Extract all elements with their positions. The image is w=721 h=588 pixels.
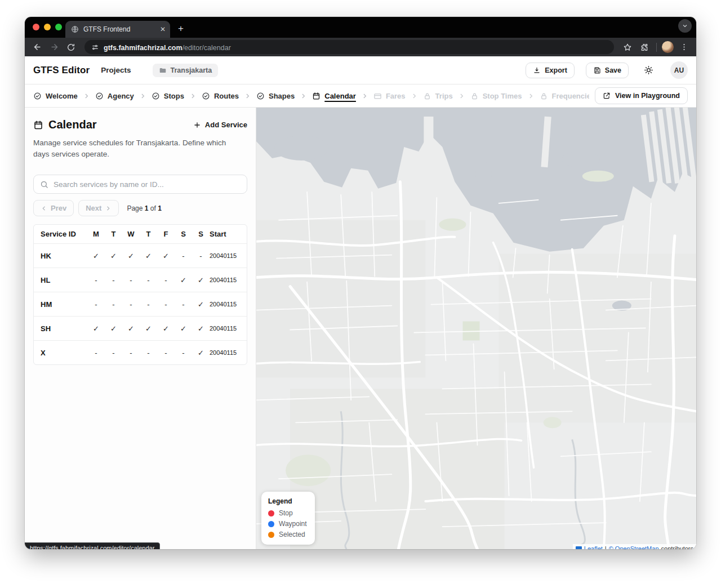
selected-dot-icon	[268, 532, 274, 538]
plus-icon	[193, 121, 201, 129]
table-row[interactable]: HK ✓ ✓ ✓ ✓ ✓ - - 20040115	[34, 243, 247, 268]
minimize-window-button[interactable]	[44, 24, 51, 30]
legend-title: Legend	[268, 497, 307, 505]
breadcrumb-item-frequencies: Frequencies	[540, 92, 595, 100]
prev-page-button[interactable]: Prev	[33, 200, 74, 216]
legend-item-stop: Stop	[268, 509, 307, 517]
breadcrumb-item-calendar[interactable]: Calendar	[312, 92, 356, 100]
table-row[interactable]: X - - - - - - ✓ 20040115	[34, 340, 247, 364]
waypoint-dot-icon	[268, 521, 274, 527]
save-button[interactable]: Save	[586, 63, 629, 78]
breadcrumb-item-stops[interactable]: Stops	[152, 92, 184, 100]
map-attribution: Leaflet | © OpenStreetMap contributors	[573, 544, 696, 549]
service-search[interactable]	[33, 175, 247, 194]
table-header-row: Service ID M T W T F S S Start	[34, 225, 247, 243]
url-bar[interactable]: gtfs.fahmifachrizal.com/editor/calendar	[84, 40, 614, 54]
chevron-right-icon	[300, 92, 307, 100]
col-header-thu: T	[140, 230, 157, 238]
map-tiles	[256, 108, 696, 549]
view-in-playground-button[interactable]: View in Playground	[595, 87, 688, 104]
wizard-breadcrumb: Welcome Agency Stops Routes Shapes Calen…	[25, 84, 696, 108]
save-button-label: Save	[605, 66, 621, 74]
tab-strip: GTFS Frontend ✕ +	[25, 17, 696, 38]
table-row[interactable]: HL - - - - - ✓ ✓ 20040115	[34, 268, 247, 292]
breadcrumb-item-shapes[interactable]: Shapes	[256, 92, 295, 100]
user-avatar[interactable]: AU	[670, 61, 688, 79]
status-url-tooltip: https://gtfs.fahmifachrizal.com/editor/c…	[25, 542, 160, 549]
download-icon	[533, 66, 541, 74]
pagination: Prev Next Page 1 of 1	[33, 200, 247, 216]
map-view[interactable]: Legend Stop Waypoint Selected Leaflet |	[256, 108, 696, 549]
forward-button[interactable]	[47, 41, 61, 54]
back-arrow-icon	[33, 42, 42, 52]
col-header-start: Start	[210, 230, 247, 238]
search-input[interactable]	[54, 180, 241, 189]
new-tab-button[interactable]: +	[178, 23, 184, 34]
map-legend: Legend Stop Waypoint Selected	[261, 492, 315, 545]
legend-item-waypoint: Waypoint	[268, 520, 307, 528]
export-button[interactable]: Export	[526, 63, 575, 78]
app-title: GTFS Editor	[33, 65, 90, 76]
add-service-button[interactable]: Add Service	[193, 121, 247, 129]
chevron-right-icon	[411, 92, 418, 100]
current-page: 1	[145, 204, 149, 212]
back-button[interactable]	[30, 41, 44, 54]
reload-button[interactable]	[64, 41, 78, 54]
reload-icon	[66, 43, 75, 52]
tab-title: GTFS Frontend	[83, 25, 155, 33]
export-button-label: Export	[545, 66, 567, 74]
col-header-fri: F	[157, 230, 175, 238]
save-icon	[593, 66, 601, 74]
breadcrumb-item-agency[interactable]: Agency	[95, 92, 134, 100]
col-header-mon: M	[87, 230, 105, 238]
puzzle-icon	[640, 43, 649, 52]
next-page-button[interactable]: Next	[78, 200, 119, 216]
browser-tab[interactable]: GTFS Frontend ✕	[65, 21, 170, 38]
leaflet-link[interactable]: Leaflet	[584, 545, 603, 549]
user-avatar-initials: AU	[674, 66, 684, 74]
project-badge[interactable]: Transjakarta	[153, 64, 219, 77]
check-circle-icon	[202, 92, 210, 100]
panel-description: Manage service schedules for Transjakart…	[33, 137, 236, 159]
card-icon	[373, 92, 382, 100]
services-table: Service ID M T W T F S S Start HK ✓ ✓ ✓ …	[33, 224, 247, 365]
col-header-wed: W	[122, 230, 140, 238]
chevron-right-icon	[361, 92, 368, 100]
browser-menu-button[interactable]	[677, 41, 691, 54]
close-tab-icon[interactable]: ✕	[160, 25, 166, 33]
chevron-right-icon	[189, 92, 197, 100]
browser-profile-avatar[interactable]	[662, 41, 674, 53]
forward-arrow-icon	[50, 42, 59, 52]
check-circle-icon	[95, 92, 104, 100]
lock-icon	[423, 92, 431, 100]
table-row[interactable]: SH ✓ ✓ ✓ ✓ ✓ ✓ ✓ 20040115	[34, 316, 247, 340]
close-window-button[interactable]	[33, 24, 39, 30]
chevron-right-icon	[139, 92, 146, 100]
folder-icon	[159, 66, 167, 74]
chevron-right-icon	[83, 92, 90, 100]
bookmark-button[interactable]	[621, 41, 634, 54]
page-indicator: Page 1 of 1	[127, 204, 161, 212]
tab-search-button[interactable]	[678, 19, 692, 33]
nav-projects-link[interactable]: Projects	[101, 66, 131, 74]
window-controls[interactable]	[33, 24, 62, 30]
zoom-window-button[interactable]	[55, 24, 62, 30]
osm-link[interactable]: © OpenStreetMap	[609, 545, 659, 549]
col-header-service-id: Service ID	[34, 230, 87, 238]
playground-button-wrap: View in Playground	[589, 84, 696, 107]
breadcrumb-item-fares: Fares	[373, 92, 406, 100]
breadcrumb-item-stop-times: Stop Times	[470, 92, 522, 100]
url-path: /editor/calendar	[183, 44, 231, 52]
page-title: Calendar	[48, 118, 97, 131]
breadcrumb-item-welcome[interactable]: Welcome	[33, 92, 78, 100]
browser-window: GTFS Frontend ✕ + gtfs.fahmifachrizal.co…	[25, 17, 696, 549]
lock-icon	[470, 92, 479, 100]
extensions-button[interactable]	[638, 41, 651, 54]
theme-toggle-button[interactable]	[640, 62, 657, 79]
app-header: GTFS Editor Projects Transjakarta Export…	[25, 56, 696, 84]
stop-dot-icon	[268, 510, 274, 516]
panel-title-wrap: Calendar	[33, 118, 97, 131]
breadcrumb-item-routes[interactable]: Routes	[202, 92, 239, 100]
browser-toolbar: gtfs.fahmifachrizal.com/editor/calendar	[25, 38, 696, 56]
table-row[interactable]: HM - - - - - - ✓ 20040115	[34, 292, 247, 316]
